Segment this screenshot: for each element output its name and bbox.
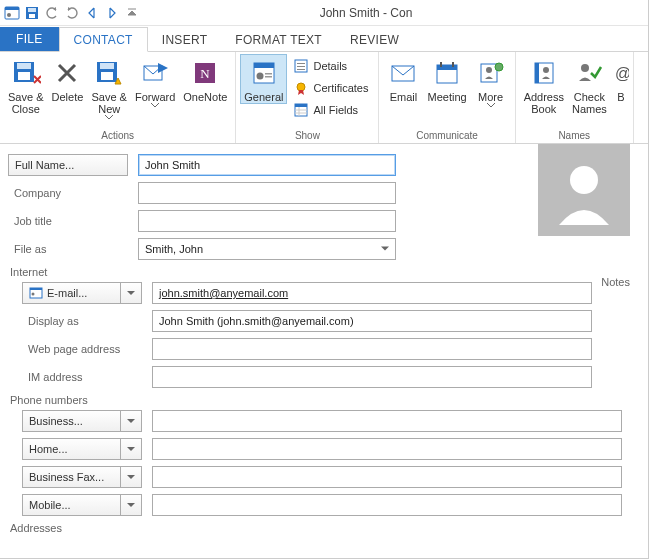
save-icon[interactable] <box>24 5 40 21</box>
contact-photo[interactable] <box>538 144 630 236</box>
email-type-split[interactable]: E-mail... <box>22 282 142 304</box>
svg-rect-27 <box>295 104 307 107</box>
onenote-icon: N <box>189 57 221 89</box>
certificates-icon <box>293 80 309 96</box>
svg-point-18 <box>256 73 263 80</box>
svg-rect-23 <box>297 66 305 67</box>
qat-customize-icon[interactable] <box>124 5 140 21</box>
forward-icon <box>139 57 171 89</box>
email-field[interactable]: john.smith@anyemail.com <box>152 282 592 304</box>
phone-business-split[interactable]: Business... <box>22 410 142 432</box>
phone-home-field[interactable] <box>152 438 622 460</box>
phone-bfax-field[interactable] <box>152 466 622 488</box>
section-addresses: Addresses <box>10 522 638 534</box>
address-book-button[interactable]: Address Book <box>520 54 568 115</box>
company-field[interactable] <box>138 182 396 204</box>
group-actions-label: Actions <box>4 130 231 143</box>
im-label: IM address <box>22 371 142 383</box>
svg-rect-35 <box>452 62 454 67</box>
email-button[interactable]: Email <box>383 54 423 103</box>
general-button[interactable]: General <box>240 54 287 104</box>
svg-point-37 <box>486 67 492 73</box>
phone-mobile-field[interactable] <box>152 494 622 516</box>
job-title-field[interactable] <box>138 210 396 232</box>
svg-point-2 <box>7 13 11 17</box>
meeting-icon <box>431 57 463 89</box>
svg-rect-5 <box>29 14 35 18</box>
certificates-button[interactable]: Certificates <box>291 78 370 98</box>
group-names: Address Book Check Names @ B Names <box>516 52 634 143</box>
phone-mobile-split[interactable]: Mobile... <box>22 494 142 516</box>
web-page-label: Web page address <box>22 343 142 355</box>
at-icon: @ <box>613 57 629 89</box>
save-new-button[interactable]: Save & New <box>87 54 130 120</box>
phone-home-dropdown[interactable] <box>120 438 142 460</box>
svg-rect-34 <box>440 62 442 67</box>
svg-point-25 <box>297 83 305 91</box>
svg-text:@: @ <box>615 65 629 82</box>
prev-icon[interactable] <box>84 5 100 21</box>
tab-file[interactable]: FILE <box>0 27 59 51</box>
web-page-field[interactable] <box>152 338 592 360</box>
delete-icon <box>51 57 83 89</box>
svg-rect-12 <box>101 72 113 80</box>
chevron-down-icon <box>151 103 159 108</box>
file-as-label: File as <box>8 243 128 255</box>
phone-business-dropdown[interactable] <box>120 410 142 432</box>
phone-mobile-dropdown[interactable] <box>120 494 142 516</box>
email-type-dropdown[interactable] <box>120 282 142 304</box>
tab-insert[interactable]: INSERT <box>148 28 222 51</box>
chevron-down-icon <box>487 103 495 108</box>
meeting-button[interactable]: Meeting <box>423 54 470 103</box>
group-actions: Save & Close Delete Save & New Forward <box>0 52 236 143</box>
more-icon <box>475 57 507 89</box>
redo-icon[interactable] <box>64 5 80 21</box>
phone-business-field[interactable] <box>152 410 622 432</box>
svg-point-41 <box>543 67 549 73</box>
check-names-button[interactable]: Check Names <box>568 54 611 115</box>
full-name-button[interactable]: Full Name... <box>8 154 128 176</box>
group-communicate: Email Meeting More Communicate <box>379 52 515 143</box>
email-button-label[interactable]: E-mail... <box>22 282 120 304</box>
ribbon-cut-edge: @ B <box>611 54 629 103</box>
all-fields-button[interactable]: All Fields <box>291 100 370 120</box>
job-title-label: Job title <box>8 215 128 227</box>
svg-rect-24 <box>297 69 305 70</box>
display-as-field[interactable]: John Smith (john.smith@anyemail.com) <box>152 310 592 332</box>
quick-access-toolbar <box>4 5 140 21</box>
check-names-icon <box>573 57 605 89</box>
onenote-button[interactable]: N OneNote <box>179 54 231 103</box>
svg-point-47 <box>32 293 35 296</box>
tab-format-text[interactable]: FORMAT TEXT <box>221 28 336 51</box>
svg-rect-7 <box>17 63 31 69</box>
card-icon <box>29 286 43 300</box>
svg-point-38 <box>495 63 503 71</box>
tab-review[interactable]: REVIEW <box>336 28 413 51</box>
undo-icon[interactable] <box>44 5 60 21</box>
im-field[interactable] <box>152 366 592 388</box>
svg-rect-20 <box>265 76 272 78</box>
save-close-button[interactable]: Save & Close <box>4 54 47 115</box>
chevron-down-icon <box>105 115 113 120</box>
display-as-label: Display as <box>22 315 142 327</box>
phone-bfax-dropdown[interactable] <box>120 466 142 488</box>
svg-point-42 <box>581 64 589 72</box>
address-book-icon <box>528 57 560 89</box>
next-icon[interactable] <box>104 5 120 21</box>
tab-contact[interactable]: CONTACT <box>59 27 148 52</box>
file-as-combo[interactable]: Smith, John <box>138 238 396 260</box>
phone-home-split[interactable]: Home... <box>22 438 142 460</box>
group-show: General Details Certificates All Fields … <box>236 52 379 143</box>
ribbon: Save & Close Delete Save & New Forward <box>0 52 648 144</box>
full-name-field[interactable] <box>138 154 396 176</box>
phone-bfax-split[interactable]: Business Fax... <box>22 466 142 488</box>
details-button[interactable]: Details <box>291 56 370 76</box>
svg-rect-22 <box>297 63 305 64</box>
save-close-label: Save & Close <box>8 91 43 115</box>
save-new-icon <box>93 57 125 89</box>
title-bar: John Smith - Con <box>0 0 648 26</box>
more-button[interactable]: More <box>471 54 511 108</box>
forward-button[interactable]: Forward <box>131 54 179 108</box>
section-internet: Internet <box>10 266 638 278</box>
delete-button[interactable]: Delete <box>47 54 87 103</box>
